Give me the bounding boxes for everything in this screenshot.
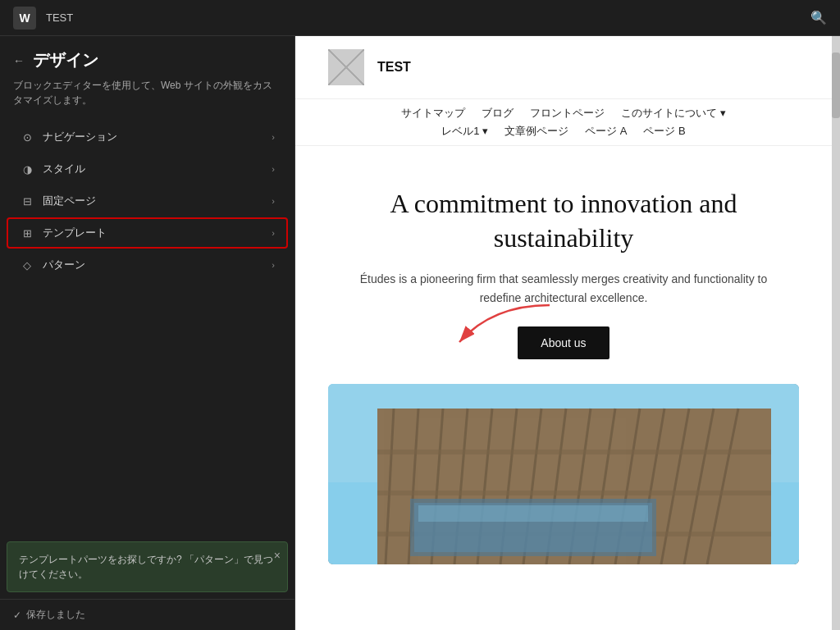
svg-rect-24 xyxy=(418,505,648,522)
back-button[interactable]: ← xyxy=(13,54,25,67)
info-box-text: テンプレートパーツをお探しですか? 「パターン」で見つけてください。 xyxy=(19,552,276,582)
sidebar-item-label: スタイル xyxy=(43,162,263,176)
sidebar-item-label: 固定ページ xyxy=(43,194,263,208)
topbar: W TEST 🔍 xyxy=(0,0,840,36)
chevron-right-icon: › xyxy=(272,228,275,238)
templates-icon: ⊞ xyxy=(20,226,34,240)
status-icon: ✓ xyxy=(13,609,21,621)
nav-page-a[interactable]: ページ A xyxy=(585,124,627,139)
svg-rect-19 xyxy=(377,450,771,454)
sidebar-header: ← デザイン xyxy=(0,36,294,78)
nav-page-b[interactable]: ページ B xyxy=(643,124,685,139)
site-logo xyxy=(328,49,364,85)
scrollbar[interactable] xyxy=(832,36,840,630)
nav-about[interactable]: このサイトについて ▾ xyxy=(621,106,726,121)
site-nav-row-1: サイトマップ ブログ フロントページ このサイトについて ▾ xyxy=(401,106,726,121)
hero-description: Études is a pioneering firm that seamles… xyxy=(358,270,769,307)
sidebar-item-label: ナビゲーション xyxy=(43,130,263,144)
info-box: テンプレートパーツをお探しですか? 「パターン」で見つけてください。 × xyxy=(7,541,288,592)
sidebar-nav: ⊙ ナビゲーション › ◑ スタイル › ⊟ 固定ページ › ⊞ テンプレート … xyxy=(0,121,294,535)
pages-icon: ⊟ xyxy=(20,194,34,208)
scrollbar-thumb[interactable] xyxy=(832,52,840,118)
nav-sample[interactable]: 文章例ページ xyxy=(504,124,568,139)
patterns-icon: ◇ xyxy=(20,258,34,272)
sidebar-item-patterns[interactable]: ◇ パターン › xyxy=(7,249,288,281)
svg-rect-20 xyxy=(377,491,771,495)
sidebar-item-style[interactable]: ◑ スタイル › xyxy=(7,153,288,185)
sidebar-description: ブロックエディターを使用して、Web サイトの外観をカスタマイズします。 xyxy=(0,78,294,121)
sidebar-item-templates[interactable]: ⊞ テンプレート › xyxy=(7,217,288,249)
building-illustration xyxy=(328,384,799,564)
sidebar: ← デザイン ブロックエディターを使用して、Web サイトの外観をカスタマイズし… xyxy=(0,36,295,630)
nav-sitemap[interactable]: サイトマップ xyxy=(401,106,465,121)
wp-logo-icon[interactable]: W xyxy=(13,7,36,30)
topbar-title: TEST xyxy=(46,11,73,24)
hero-section: A commitment to innovation and sustainab… xyxy=(295,146,832,384)
navigation-icon: ⊙ xyxy=(20,130,34,144)
hero-title: A commitment to innovation and sustainab… xyxy=(345,187,783,255)
close-icon[interactable]: × xyxy=(274,549,281,562)
site-header: TEST xyxy=(295,36,832,99)
building-image xyxy=(328,384,799,564)
chevron-right-icon: › xyxy=(272,260,275,270)
sidebar-item-navigation[interactable]: ⊙ ナビゲーション › xyxy=(7,121,288,153)
site-nav-row-2: レベル1 ▾ 文章例ページ ページ A ページ B xyxy=(441,124,685,139)
nav-level1[interactable]: レベル1 ▾ xyxy=(441,124,488,139)
style-icon: ◑ xyxy=(20,162,34,176)
sidebar-item-label: テンプレート xyxy=(43,226,263,240)
chevron-right-icon: › xyxy=(272,132,275,142)
site-name: TEST xyxy=(377,60,411,75)
search-icon[interactable]: 🔍 xyxy=(810,10,827,25)
chevron-right-icon: › xyxy=(272,196,275,206)
main-layout: ← デザイン ブロックエディターを使用して、Web サイトの外観をカスタマイズし… xyxy=(0,36,840,630)
status-bar: ✓ 保存しました xyxy=(0,599,294,630)
sidebar-item-label: パターン xyxy=(43,258,263,272)
sidebar-item-pages[interactable]: ⊟ 固定ページ › xyxy=(7,185,288,217)
preview-content: TEST サイトマップ ブログ フロントページ このサイトについて ▾ レベル1… xyxy=(295,36,832,630)
status-text: 保存しました xyxy=(26,608,85,622)
chevron-right-icon: › xyxy=(272,164,275,174)
site-nav: サイトマップ ブログ フロントページ このサイトについて ▾ レベル1 ▾ 文章… xyxy=(295,99,832,146)
about-us-button[interactable]: About us xyxy=(518,326,609,359)
sidebar-title: デザイン xyxy=(33,49,98,71)
nav-frontpage[interactable]: フロントページ xyxy=(530,106,605,121)
preview-area: TEST サイトマップ ブログ フロントページ このサイトについて ▾ レベル1… xyxy=(295,36,840,630)
nav-blog[interactable]: ブログ xyxy=(482,106,514,121)
